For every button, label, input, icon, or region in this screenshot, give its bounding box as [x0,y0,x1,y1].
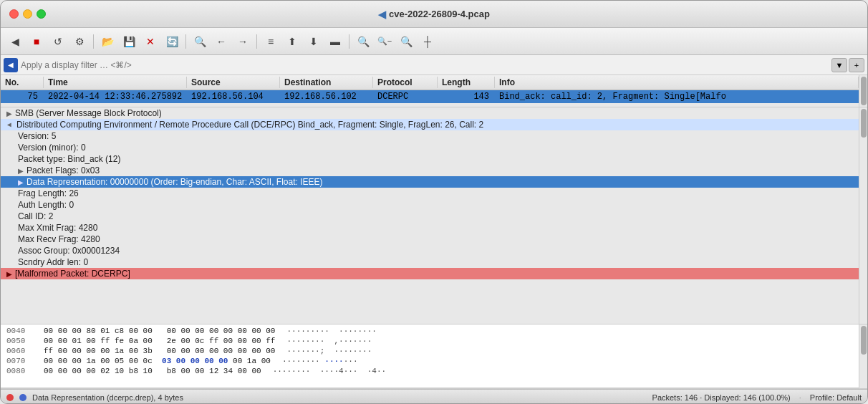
data-rep-icon: ▶ [18,178,24,186]
col-length[interactable]: Length [438,77,495,88]
detail-version-row[interactable]: Version: 5 [1,130,859,142]
hex-offset: 0070 [6,357,32,365]
hex-offset: 0060 [6,347,32,355]
detail-pkt-flags-row[interactable]: ▶ Packet Flags: 0x03 [1,165,859,176]
traffic-lights [1,9,46,19]
detail-dcerpc-row[interactable]: ▼ Distributed Computing Environment / Re… [1,119,859,130]
filter-dropdown-btn[interactable]: ▼ [831,58,847,72]
restart-btn[interactable]: ↺ [48,32,68,51]
options-btn[interactable]: ⚙ [69,32,90,51]
detail-data-rep-row[interactable]: ▶ Data Representation: 00000000 (Order: … [1,176,859,188]
zoom-out-btn[interactable]: 🔍− [375,32,395,51]
pkt-flags-icon: ▶ [18,167,24,175]
next-btn[interactable]: → [233,32,253,51]
title-text: cve-2022-26809-4.pcap [389,9,490,19]
resize-columns-btn[interactable]: ┼ [418,32,438,51]
prev-btn[interactable]: ← [211,32,231,51]
col-time[interactable]: Time [44,77,187,88]
hex-row-0050: 0050 00 00 01 00 ff fe 0a 00 2e 00 0c ff… [1,336,859,346]
detail-version-minor-row[interactable]: Version (minor): 0 [1,142,859,153]
max-xmit-label: Max Xmit Frag: 4280 [18,223,97,233]
hex-row-0070: 0070 00 00 00 1a 00 05 00 0c 03 00 00 00… [1,356,859,366]
minimize-button[interactable] [23,9,32,19]
scndry-label: Scndry Addr len: 0 [18,257,88,267]
toolbar-sep-3 [256,34,257,49]
packet-row[interactable]: 75 2022-04-14 12:33:46.275892 192.168.56… [1,90,859,103]
close-button[interactable] [9,9,19,19]
shark-toolbar-btn[interactable]: ◀ [5,32,25,51]
hex-ascii: ········· ········ [286,327,376,335]
capture-status-dot [6,394,14,401]
filter-bar: ◀ ▼ + [1,55,867,75]
hex-panel-content: 0040 00 00 00 80 01 c8 00 00 00 00 00 00… [1,324,859,388]
cell-info: Bind_ack: call_id: 2, Fragment: Single[M… [495,91,859,102]
hex-ascii: ········ ····4··· ·4·· [273,367,386,375]
detail-scndry-row[interactable]: Scndry Addr len: 0 [1,256,859,268]
col-source[interactable]: Source [187,77,280,88]
col-destination[interactable]: Destination [280,77,373,88]
detail-frag-len-row[interactable]: Frag Length: 26 [1,188,859,199]
smb-expand-icon: ▶ [6,110,12,117]
detail-auth-len-row[interactable]: Auth Length: 0 [1,199,859,211]
hex-bytes: 00 00 00 80 01 c8 00 00 00 00 00 00 00 0… [44,327,275,335]
decode-status-dot [19,394,26,401]
hex-offset: 0040 [6,327,32,335]
detail-scrollbar[interactable] [859,107,867,324]
dcerpc-label: Distributed Computing Environment / Remo… [16,120,483,130]
pkt-flags-label: Packet Flags: 0x03 [26,165,100,175]
find-btn[interactable]: 🔍 [190,32,210,51]
stop-btn[interactable]: ■ [26,32,47,51]
version-label: Version: 5 [18,131,56,141]
status-left-text: Data Representation (dcerpc.drep), 4 byt… [32,393,647,402]
detail-max-recv-row[interactable]: Max Recv Frag: 4280 [1,234,859,245]
scroll-up-btn[interactable]: ⬆ [282,32,302,51]
cell-source: 192.168.56.104 [187,91,280,102]
reload-btn[interactable]: 🔄 [162,32,182,51]
detail-scrollbar-thumb [861,109,867,138]
detail-assoc-row[interactable]: Assoc Group: 0x00001234 [1,245,859,256]
zoom-reset-btn[interactable]: 🔍 [396,32,416,51]
hex-bytes: 00 00 01 00 ff fe 0a 00 2e 00 0c ff 00 0… [44,337,275,345]
smb-label: SMB (Server Message Block Protocol) [15,108,162,118]
display-filter-input[interactable] [21,60,831,70]
save-btn[interactable]: 💾 [119,32,139,51]
maximize-button[interactable] [37,9,46,19]
detail-malformed-row[interactable]: ▶ [Malformed Packet: DCERPC] [1,268,859,279]
cell-protocol: DCERPC [373,91,438,102]
toolbar: ◀ ■ ↺ ⚙ 📂 💾 ✕ 🔄 🔍 ← → ≡ ⬆ ⬇ ▬ 🔍 🔍− 🔍 ┼ [1,28,867,55]
packet-list-scrollbar-thumb [861,77,867,105]
malformed-label: [Malformed Packet: DCERPC] [15,269,130,279]
status-right-area: Packets: 146 · Displayed: 146 (100.0%) ·… [652,393,862,402]
col-protocol[interactable]: Protocol [373,77,438,88]
packet-list-scrollbar[interactable] [859,75,867,107]
autoscroll-btn[interactable]: ≡ [261,32,281,51]
filter-add-btn[interactable]: + [849,58,864,72]
cell-destination: 192.168.56.102 [280,91,373,102]
data-rep-label: Data Representation: 00000000 (Order: Bi… [26,177,323,187]
version-minor-label: Version (minor): 0 [18,143,86,153]
cell-time: 2022-04-14 12:33:46.275892 [44,91,187,102]
main-content: No. Time Source Destination Protocol Len… [1,75,867,389]
dcerpc-expand-icon: ▼ [6,121,14,128]
hex-ascii: ·······; ········ [286,347,372,355]
detail-call-id-row[interactable]: Call ID: 2 [1,211,859,222]
hex-bytes: 00 00 00 00 02 10 b8 10 b8 00 00 12 34 0… [44,367,261,375]
close-file-btn[interactable]: ✕ [140,32,160,51]
detail-max-xmit-row[interactable]: Max Xmit Frag: 4280 [1,222,859,234]
open-btn[interactable]: 📂 [97,32,117,51]
detail-pkt-type-row[interactable]: Packet type: Bind_ack (12) [1,153,859,165]
col-no[interactable]: No. [1,77,44,88]
zoom-in-btn[interactable]: 🔍 [353,32,373,51]
col-info[interactable]: Info [495,77,859,88]
expand-btn[interactable]: ▬ [325,32,345,51]
packet-list-content: No. Time Source Destination Protocol Len… [1,75,859,107]
hex-row-0040: 0040 00 00 00 80 01 c8 00 00 00 00 00 00… [1,326,859,336]
hex-row-0080: 0080 00 00 00 00 02 10 b8 10 b8 00 00 12… [1,366,859,376]
scroll-down-btn[interactable]: ⬇ [304,32,324,51]
title-bar: ◀ cve-2022-26809-4.pcap [1,1,867,28]
detail-panel-content: ▶ SMB (Server Message Block Protocol) ▼ … [1,107,859,324]
detail-smb-row[interactable]: ▶ SMB (Server Message Block Protocol) [1,107,859,119]
hex-bytes: 00 00 00 1a 00 05 00 0c 03 00 00 00 00 0… [44,357,271,365]
assoc-label: Assoc Group: 0x00001234 [18,246,120,256]
hex-scrollbar[interactable] [859,324,867,388]
